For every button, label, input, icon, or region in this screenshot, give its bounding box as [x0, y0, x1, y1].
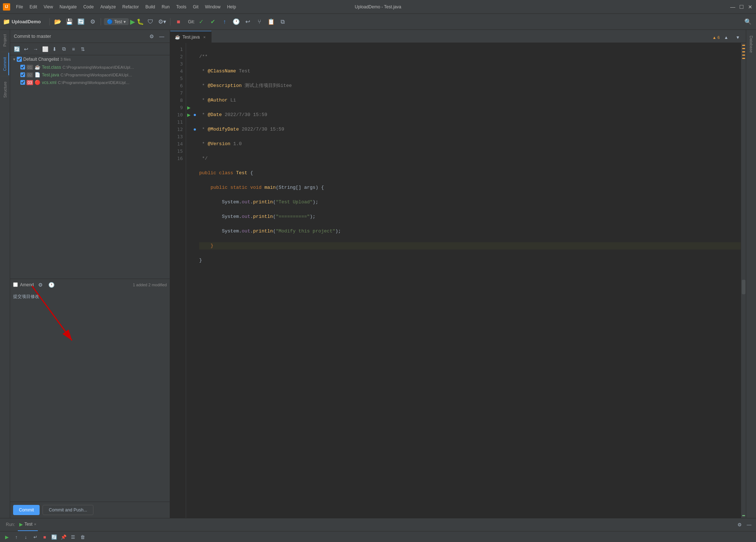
commit-tab[interactable]: Commit	[1, 53, 9, 75]
close-button[interactable]: ✕	[747, 4, 753, 10]
amend-history-btn[interactable]: 🕐	[47, 280, 56, 289]
coverage-button[interactable]: 🛡	[145, 17, 156, 27]
toolbar-btn-1[interactable]: 📂	[53, 17, 63, 27]
run-button[interactable]: ▶	[130, 18, 135, 26]
amend-settings-btn[interactable]: ⚙	[36, 280, 45, 289]
minimize-button[interactable]: —	[730, 4, 736, 10]
file-item-2[interactable]: 03 🔴 vcs.xml C:\Programming\Workspace\ID…	[10, 79, 170, 86]
download-btn[interactable]: ⬇	[50, 45, 59, 53]
database-tab[interactable]: Database	[748, 31, 755, 57]
toolbar-btn-3[interactable]: 🔄	[76, 17, 86, 27]
project-tab[interactable]: Project	[1, 30, 9, 51]
git-check-btn[interactable]: ✓	[196, 17, 206, 27]
commit-minimize-btn[interactable]: —	[157, 32, 166, 41]
more-run-button[interactable]: ⚙▾	[157, 17, 167, 27]
commit-panel-toolbar: 🔄 ↩ → ⬜ ⬇ ⧉ ≡ ⇅	[10, 43, 170, 55]
move-to-changelist-btn[interactable]: →	[31, 45, 40, 53]
stop-run-btn[interactable]: ■	[41, 533, 49, 541]
clear-btn[interactable]: 🗑	[79, 533, 87, 541]
git-toolbar: Git: ✓ ✔ ↑ 🕐 ↩ ⑂ 📋 ⧉	[188, 17, 288, 27]
menu-view[interactable]: View	[41, 3, 56, 11]
panel-minimize-btn[interactable]: —	[745, 521, 753, 529]
rollback-btn[interactable]: ↩	[22, 45, 31, 53]
code-content[interactable]: /** * @ClassName Test * @Description 测试上…	[196, 43, 741, 518]
stop-button[interactable]: ■	[173, 17, 184, 27]
changelist-header[interactable]: ▾ Default Changelist 3 files	[10, 55, 170, 63]
amend-row: Amend ⚙ 🕐 1 added 2 modified	[10, 279, 170, 291]
run-label: Run:	[6, 522, 15, 527]
rerun-btn[interactable]: 🔄	[50, 533, 58, 541]
git-tick-btn[interactable]: ✔	[208, 17, 218, 27]
search-everywhere-btn[interactable]: 🔍	[743, 17, 753, 27]
class-file-icon: ☕	[35, 64, 40, 70]
commit-and-push-button[interactable]: Commit and Push...	[43, 505, 93, 515]
sort-btn[interactable]: ⇅	[79, 45, 87, 53]
bottom-panel: Run: ▶ Test × ⚙ — ▶ ↑ ↓ ↵ ■ 🔄 📌 ☰ 🗑 C:\P…	[0, 518, 756, 542]
git-push-btn[interactable]: ↑	[220, 17, 230, 27]
diff-btn[interactable]: ⧉	[60, 45, 68, 53]
maximize-button[interactable]: ☐	[739, 4, 744, 10]
file-item-1[interactable]: 02 📄 Test.java C:\Programming\Workspace\…	[10, 71, 170, 79]
scroll-up-btn[interactable]: ↑	[12, 533, 20, 541]
expand-btn[interactable]: ⬜	[41, 45, 49, 53]
scroll-thumb[interactable]	[742, 280, 745, 294]
run-line-10[interactable]: ▶	[186, 111, 191, 119]
commit-panel-title: Commit to master	[14, 33, 51, 39]
menu-tools[interactable]: Tools	[173, 3, 189, 11]
run-tab-close[interactable]: ×	[34, 522, 36, 526]
git-annotate-btn[interactable]: 📋	[266, 17, 276, 27]
changelist-checkbox[interactable]	[17, 57, 22, 62]
file-list: ▾ Default Changelist 3 files 01 ☕ Test.c…	[10, 55, 170, 279]
menu-navigate[interactable]: Navigate	[57, 3, 80, 11]
toolbar-btn-2[interactable]: 💾	[64, 17, 75, 27]
git-history-btn[interactable]: 🕐	[231, 17, 241, 27]
structure-tab[interactable]: Structure	[1, 77, 9, 102]
run-line-9[interactable]: ▶	[186, 104, 191, 111]
menu-window[interactable]: Window	[202, 3, 224, 11]
amend-checkbox[interactable]	[13, 282, 18, 287]
collapse-editor-btn[interactable]: ▼	[733, 32, 743, 43]
code-editor[interactable]: 1 2 3 4 5 6 7 8 9 10 11 12 13 14 15 16	[170, 43, 746, 518]
debug-button[interactable]: 🐛	[137, 18, 144, 25]
menu-help[interactable]: Help	[224, 3, 239, 11]
panel-settings-btn[interactable]: ⚙	[736, 521, 744, 529]
commit-message-input[interactable]	[10, 291, 170, 356]
warning-count: ▲ 6	[712, 35, 720, 40]
line-numbers: 1 2 3 4 5 6 7 8 9 10 11 12 13 14 15 16	[170, 43, 186, 518]
menu-edit[interactable]: Edit	[27, 3, 40, 11]
file-checkbox-1[interactable]	[20, 72, 25, 77]
editor-tab-test-java[interactable]: ☕ Test.java ×	[170, 31, 212, 43]
menu-git[interactable]: Git	[190, 3, 201, 11]
commit-button[interactable]: Commit	[13, 505, 40, 515]
scroll-mark-5	[742, 58, 745, 59]
run-tab-active[interactable]: ▶ Test ×	[18, 518, 37, 531]
run-configuration[interactable]: 🔵 Test ▾	[104, 18, 129, 25]
file-checkbox-0[interactable]	[20, 65, 25, 69]
scroll-down-btn[interactable]: ↓	[22, 533, 30, 541]
file-checkbox-2[interactable]	[20, 80, 25, 85]
wrap-btn[interactable]: ↵	[31, 533, 39, 541]
menu-analyze[interactable]: Analyze	[97, 3, 119, 11]
pin-btn[interactable]: 📌	[60, 533, 68, 541]
expand-editor-btn[interactable]: ▲	[721, 32, 731, 43]
tab-close-btn[interactable]: ×	[202, 35, 207, 40]
refresh-btn[interactable]: 🔄	[12, 45, 21, 53]
menu-build[interactable]: Build	[142, 3, 158, 11]
group-btn[interactable]: ≡	[69, 45, 78, 53]
toolbar-btn-4[interactable]: ⚙	[88, 17, 98, 27]
settings2-btn[interactable]: ☰	[69, 533, 77, 541]
file-name-2: vcs.xml	[42, 80, 56, 85]
file-item-0[interactable]: 01 ☕ Test.class C:\Programming\Workspace…	[10, 63, 170, 71]
git-diff-btn[interactable]: ⧉	[278, 17, 288, 27]
run-again-btn[interactable]: ▶	[3, 533, 11, 541]
menu-code[interactable]: Code	[80, 3, 97, 11]
commit-settings-btn[interactable]: ⚙	[147, 32, 156, 41]
git-label: Git:	[188, 19, 195, 24]
menu-file[interactable]: File	[13, 3, 26, 11]
scroll-spacer-2	[741, 294, 746, 514]
toolbar-separator-3	[170, 18, 170, 25]
menu-run[interactable]: Run	[159, 3, 173, 11]
git-rollback-btn[interactable]: ↩	[243, 17, 253, 27]
git-branches-btn[interactable]: ⑂	[254, 17, 265, 27]
menu-refactor[interactable]: Refactor	[120, 3, 142, 11]
